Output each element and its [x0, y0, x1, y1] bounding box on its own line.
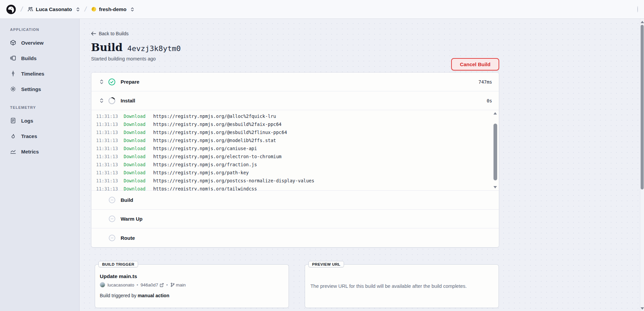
preview-url-message: The preview URL for this build will be a…: [305, 265, 499, 289]
breadcrumb-org[interactable]: Luca Casonato: [28, 6, 80, 12]
log-scrollbar[interactable]: [493, 112, 498, 189]
sidebar-item-label: Logs: [21, 118, 33, 124]
sidebar-item-label: Traces: [21, 133, 37, 139]
page-scrollbar[interactable]: [640, 19, 644, 311]
scroll-down-arrow-icon[interactable]: [493, 186, 497, 188]
log-url: https://registry.npmjs.org/path-key: [153, 170, 249, 175]
log-action: Download: [124, 186, 153, 191]
log-timestamp: 11:31:13: [96, 114, 124, 119]
log-action: Download: [124, 178, 153, 183]
log-action: Download: [124, 114, 153, 119]
commit-meta-row: lucacasonato • 946a0d7 •: [100, 282, 283, 287]
expand-collapse-icon[interactable]: [99, 79, 104, 85]
install-log-output[interactable]: 11:31:13Downloadhttps://registry.npmjs.o…: [91, 110, 499, 191]
branch-name: main: [176, 282, 186, 287]
info-cards: BUILD TRIGGER Update main.ts lucacasonat…: [95, 264, 499, 308]
commit-link[interactable]: 946a0d7: [140, 282, 164, 287]
step-duration: 747ms: [478, 79, 492, 85]
commit-title: Update main.ts: [100, 273, 283, 279]
build-status-subtitle: Started building moments ago: [91, 56, 499, 61]
log-line: 11:31:13Downloadhttps://registry.npmjs.o…: [96, 152, 499, 161]
sidebar-section-title: TELEMETRY: [10, 105, 79, 109]
scroll-up-arrow-icon[interactable]: [641, 21, 644, 23]
page-title: Build 4evzj3k8ytm0: [91, 41, 499, 53]
log-line: 11:31:13Downloadhttps://registry.npmjs.o…: [96, 136, 499, 144]
back-arrow-icon: [91, 32, 96, 36]
log-url: https://registry.npmjs.org/fraction.js: [153, 162, 257, 167]
log-action: Download: [124, 154, 153, 159]
sidebar-item-settings[interactable]: Settings: [10, 81, 79, 97]
log-url: https://registry.npmjs.org/@esbuild%2fai…: [153, 122, 282, 127]
meta-separator: •: [166, 282, 168, 287]
sidebar-item-label: Settings: [21, 86, 41, 92]
trigger-footer-prefix: Build triggered by: [100, 293, 138, 298]
breadcrumb-project[interactable]: fresh-demo: [91, 6, 135, 12]
pending-circle-icon: [108, 215, 116, 223]
pending-circle-icon: [108, 234, 116, 241]
log-scrollbar-thumb[interactable]: [493, 124, 497, 180]
log-line: 11:31:13Downloadhttps://registry.npmjs.o…: [96, 161, 499, 169]
log-timestamp: 11:31:13: [96, 186, 124, 191]
step-row-warm-up[interactable]: Warm Up: [91, 210, 499, 228]
sidebar-item-metrics[interactable]: Metrics: [10, 144, 79, 159]
step-label: Route: [121, 235, 135, 241]
back-to-builds-link[interactable]: Back to Builds: [91, 31, 129, 36]
step-row-build[interactable]: Build: [91, 191, 499, 210]
expand-collapse-icon[interactable]: [99, 98, 104, 103]
branch-link[interactable]: main: [170, 282, 186, 287]
log-line: 11:31:13Downloadhttps://registry.npmjs.o…: [96, 144, 499, 152]
sidebar-item-traces[interactable]: Traces: [10, 128, 79, 144]
pending-circle-icon: [108, 196, 116, 204]
cancel-build-button[interactable]: Cancel Build: [451, 58, 499, 71]
gear-icon: [10, 86, 16, 92]
breadcrumb-separator: /: [20, 5, 24, 13]
build-steps-panel: Prepare747msInstall0s11:31:13Downloadhtt…: [91, 72, 499, 248]
author-avatar: [100, 282, 105, 287]
log-line: 11:31:13Downloadhttps://registry.npmjs.o…: [96, 120, 499, 128]
log-timestamp: 11:31:13: [96, 138, 124, 143]
step-label: Prepare: [121, 79, 139, 85]
scroll-up-arrow-icon[interactable]: [493, 112, 497, 115]
log-url: https://registry.npmjs.org/caniuse-api: [153, 146, 257, 151]
main-content: Back to Builds Build 4evzj3k8ytm0 Starte…: [80, 19, 640, 311]
step-row-route[interactable]: Route: [91, 228, 499, 247]
log-timestamp: 11:31:13: [96, 146, 124, 151]
step-row-install[interactable]: Install0s: [91, 91, 499, 110]
step-row-prepare[interactable]: Prepare747ms: [91, 73, 499, 91]
log-action: Download: [124, 122, 153, 127]
breadcrumb-org-label: Luca Casonato: [36, 6, 72, 12]
log-url: https://registry.npmjs.org/tailwindcss: [153, 186, 257, 191]
sidebar-item-label: Metrics: [21, 149, 39, 154]
deno-logo-icon[interactable]: [6, 4, 16, 14]
preview-url-card: PREVIEW URL The preview URL for this bui…: [305, 264, 499, 308]
log-timestamp: 11:31:13: [96, 162, 124, 167]
chevron-updown-icon: [76, 7, 80, 12]
sidebar-item-overview[interactable]: Overview: [10, 35, 79, 50]
step-label: Install: [121, 98, 135, 103]
log-timestamp: 11:31:13: [96, 170, 124, 175]
timeline-icon: [10, 71, 16, 77]
sidebar-item-timelines[interactable]: Timelines: [10, 66, 79, 81]
log-line: 11:31:13Downloadhttps://registry.npmjs.o…: [96, 177, 499, 185]
build-trigger-card: BUILD TRIGGER Update main.ts lucacasonat…: [95, 264, 289, 308]
step-duration: 0s: [487, 98, 492, 103]
sidebar-nav: APPLICATIONOverviewBuildsTimelinesSettin…: [0, 19, 80, 311]
page-scrollbar-thumb[interactable]: [641, 25, 644, 189]
check-circle-icon: [108, 78, 116, 86]
scroll-down-arrow-icon[interactable]: [641, 307, 644, 310]
back-link-label: Back to Builds: [99, 31, 129, 36]
sidebar-item-logs[interactable]: Logs: [10, 113, 79, 128]
log-url: https://registry.npmjs.org/@nodelib%2ffs…: [153, 138, 276, 143]
chart-icon: [10, 148, 16, 154]
user-avatar[interactable]: [637, 6, 638, 12]
log-url: https://registry.npmjs.org/postcss-norma…: [153, 178, 314, 183]
project-icon: [91, 7, 96, 12]
log-timestamp: 11:31:13: [96, 130, 124, 135]
log-url: https://registry.npmjs.org/@esbuild%2fli…: [153, 130, 287, 135]
sidebar-item-builds[interactable]: Builds: [10, 50, 79, 66]
organization-icon: [28, 6, 33, 12]
sidebar-item-label: Builds: [21, 55, 37, 61]
log-line: 11:31:13Downloadhttps://registry.npmjs.o…: [96, 169, 499, 177]
log-timestamp: 11:31:13: [96, 178, 124, 183]
log-timestamp: 11:31:13: [96, 122, 124, 127]
